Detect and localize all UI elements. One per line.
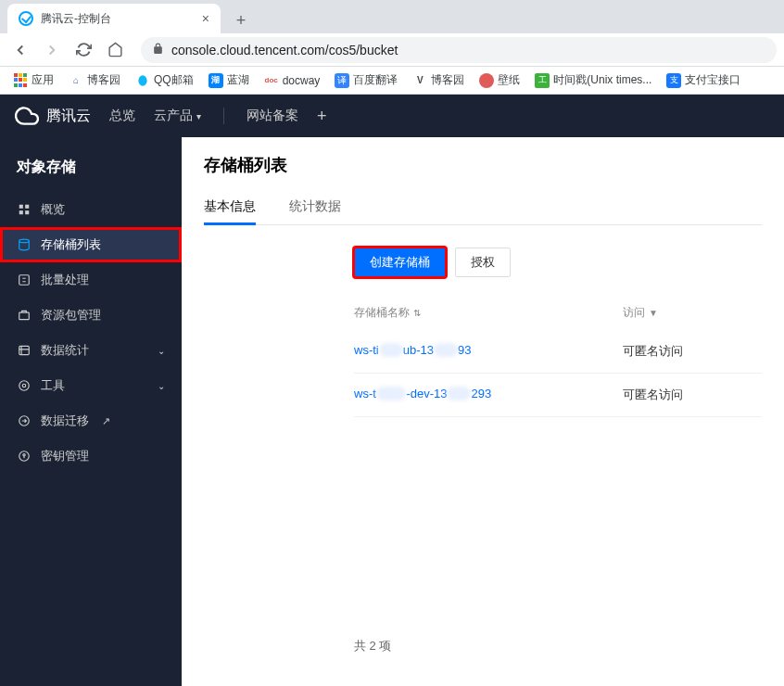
batch-icon <box>17 273 32 287</box>
v-icon: V <box>412 73 427 88</box>
key-icon <box>17 449 32 464</box>
cloud-logo-icon <box>15 104 39 128</box>
tool-icon <box>17 378 32 393</box>
back-button[interactable] <box>7 37 33 63</box>
bookmark-item[interactable]: 壁纸 <box>474 70 525 91</box>
bookmark-label: docway <box>283 74 321 87</box>
svg-rect-6 <box>19 275 30 286</box>
sidebar-item-tools[interactable]: 工具 ⌄ <box>0 368 182 403</box>
sidebar: 对象存储 概览 存储桶列表 批量处理 资源包管理 数据统计 ⌄ <box>0 137 182 686</box>
nav-products[interactable]: 云产品 ▾ <box>154 108 201 124</box>
browser-tab-strip: 腾讯云-控制台 × + <box>0 0 784 33</box>
brand-text: 腾讯云 <box>46 107 91 126</box>
close-icon[interactable]: × <box>202 11 209 26</box>
tab-title: 腾讯云-控制台 <box>41 11 111 27</box>
bookmark-item[interactable]: ⌂ 博客园 <box>63 70 126 91</box>
bucket-name-link[interactable]: ws-txxxxx-dev-13xxxx293 <box>354 387 623 403</box>
content-area: 对象存储 概览 存储桶列表 批量处理 资源包管理 数据统计 ⌄ <box>0 137 784 686</box>
svg-point-13 <box>23 454 25 456</box>
bookmark-item[interactable]: QQ邮箱 <box>130 70 199 91</box>
sidebar-item-label: 存储桶列表 <box>41 236 101 253</box>
table-row: ws-tixxxxub-13xxxx93 可匿名访问 <box>354 330 762 374</box>
page-root: 腾讯云 总览 云产品 ▾ 网站备案 + 对象存储 概览 存储桶列表 批量处理 <box>0 95 784 686</box>
bookmark-label: 博客园 <box>431 72 464 88</box>
chevron-down-icon: ▾ <box>196 111 201 121</box>
bookmark-item[interactable]: doc docway <box>259 70 326 91</box>
svg-point-5 <box>19 239 30 243</box>
bookmark-item[interactable]: 译 百度翻译 <box>329 70 403 91</box>
tab-statistics[interactable]: 统计数据 <box>289 191 341 225</box>
tab-basic-info[interactable]: 基本信息 <box>204 191 256 225</box>
sort-icon: ⇅ <box>413 308 421 318</box>
wallpaper-icon <box>479 73 494 88</box>
url-text: console.cloud.tencent.com/cos5/bucket <box>171 43 398 57</box>
sidebar-item-stats[interactable]: 数据统计 ⌄ <box>0 333 182 368</box>
sidebar-item-label: 密钥管理 <box>41 448 89 464</box>
address-bar[interactable]: console.cloud.tencent.com/cos5/bucket <box>141 37 777 63</box>
sidebar-item-label: 概览 <box>41 201 65 218</box>
bookmark-label: 百度翻译 <box>353 72 398 88</box>
bookmark-label: 支付宝接口 <box>685 72 740 88</box>
bucket-icon <box>17 237 32 252</box>
reload-button[interactable] <box>70 37 96 63</box>
column-header-access[interactable]: 访问 ▼ <box>623 305 762 321</box>
brand[interactable]: 腾讯云 <box>15 104 91 128</box>
bookmarks-bar: 应用 ⌂ 博客园 QQ邮箱 湖 蓝湖 doc docway 译 百度翻译 V 博… <box>0 67 784 95</box>
grid-icon <box>17 202 32 217</box>
tabs: 基本信息 统计数据 <box>204 191 762 225</box>
sidebar-item-label: 数据迁移 <box>41 413 89 429</box>
sidebar-item-buckets[interactable]: 存储桶列表 <box>0 227 182 262</box>
lanhu-icon: 湖 <box>209 73 223 88</box>
bookmark-apps[interactable]: 应用 <box>7 70 59 91</box>
translate-icon: 译 <box>335 73 349 88</box>
bookmark-label: 蓝湖 <box>227 72 249 88</box>
bucket-access: 可匿名访问 <box>623 343 762 360</box>
table-row: ws-txxxxx-dev-13xxxx293 可匿名访问 <box>354 374 762 417</box>
main-content: 存储桶列表 基本信息 统计数据 创建存储桶 授权 存储桶名称 ⇅ 访问 ▼ <box>182 137 784 686</box>
sidebar-item-keys[interactable]: 密钥管理 <box>0 438 182 474</box>
sidebar-title: 对象存储 <box>0 150 182 192</box>
svg-point-9 <box>22 384 26 387</box>
filter-icon: ▼ <box>649 308 658 318</box>
nav-separator <box>223 108 224 124</box>
bookmark-item[interactable]: 支 支付宝接口 <box>661 70 746 91</box>
bucket-name-link[interactable]: ws-tixxxxub-13xxxx93 <box>354 343 623 360</box>
svg-rect-2 <box>25 205 29 209</box>
authorize-button[interactable]: 授权 <box>455 248 511 277</box>
sidebar-item-overview[interactable]: 概览 <box>0 192 182 227</box>
sidebar-item-batch[interactable]: 批量处理 <box>0 262 182 298</box>
svg-rect-3 <box>19 210 23 214</box>
svg-rect-8 <box>19 346 30 354</box>
sidebar-item-label: 工具 <box>41 377 65 394</box>
qq-icon <box>135 73 150 88</box>
column-header-name[interactable]: 存储桶名称 ⇅ <box>354 305 623 321</box>
svg-rect-7 <box>19 312 30 320</box>
page-title: 存储桶列表 <box>204 154 762 176</box>
nav-overview[interactable]: 总览 <box>109 108 135 124</box>
stats-icon <box>17 343 32 358</box>
create-bucket-button[interactable]: 创建存储桶 <box>354 248 446 277</box>
tab-favicon <box>19 11 33 26</box>
forward-button[interactable] <box>39 37 65 63</box>
browser-toolbar: console.cloud.tencent.com/cos5/bucket <box>0 33 784 67</box>
doc-icon: doc <box>264 73 279 88</box>
bookmark-item[interactable]: 湖 蓝湖 <box>203 70 255 91</box>
new-tab-button[interactable]: + <box>228 7 254 33</box>
svg-point-0 <box>138 75 146 86</box>
bookmark-item[interactable]: V 博客园 <box>407 70 470 91</box>
browser-tab[interactable]: 腾讯云-控制台 × <box>7 4 221 33</box>
timestamp-icon: 工 <box>535 73 550 88</box>
bookmark-label: QQ邮箱 <box>154 72 194 88</box>
sidebar-item-migration[interactable]: 数据迁移 ↗ <box>0 403 182 438</box>
nav-beian[interactable]: 网站备案 <box>247 108 298 124</box>
home-button[interactable] <box>102 37 128 63</box>
bookmark-label: 时间戳(Unix times... <box>553 72 651 88</box>
chevron-down-icon: ⌄ <box>158 346 165 356</box>
svg-rect-4 <box>25 210 29 214</box>
svg-rect-1 <box>19 205 23 209</box>
sidebar-item-packages[interactable]: 资源包管理 <box>0 298 182 333</box>
external-link-icon: ↗ <box>102 415 110 427</box>
bookmark-item[interactable]: 工 时间戳(Unix times... <box>529 70 657 91</box>
nav-add[interactable]: + <box>317 107 327 126</box>
table-footer: 共 2 项 <box>354 623 762 669</box>
